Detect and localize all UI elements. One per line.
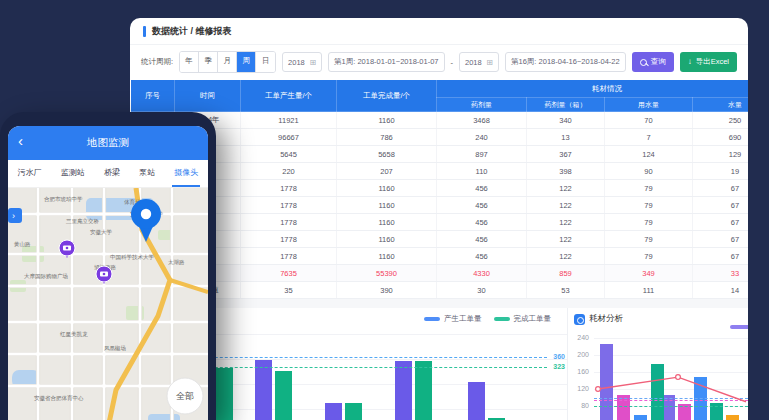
table-cell: 79 — [605, 231, 693, 248]
table-cell: 1778 — [241, 248, 337, 265]
table-cell: 1160 — [337, 180, 437, 197]
table-cell: 90 — [605, 163, 693, 180]
legend-label: 完成工单量 — [514, 314, 552, 324]
table-cell: 122 — [527, 214, 605, 231]
table-cell: 11921 — [241, 112, 337, 129]
year-from-select[interactable]: 2018 ⊞ — [282, 52, 322, 72]
table-cell: 367 — [527, 146, 605, 163]
breadcrumb: 数据统计 / 维修报表 — [130, 18, 748, 45]
bar — [634, 415, 647, 420]
back-icon[interactable]: ‹ — [18, 133, 23, 148]
table-cell: 67 — [693, 180, 749, 197]
legend-item: 产生工单量 — [424, 314, 482, 324]
filter-toolbar: 统计周期: 年季月周日 2018 ⊞ 第1周: 2018-01-01~2018-… — [130, 45, 748, 79]
year-to-select[interactable]: 2018 ⊞ — [459, 52, 499, 72]
period-option[interactable]: 月 — [218, 52, 237, 72]
bar — [600, 344, 613, 420]
phone-tab-bar: 污水厂监测站桥梁泵站摄像头 — [8, 160, 208, 188]
chart-title: 耗材分析 — [574, 313, 623, 325]
table-cell: 456 — [437, 180, 527, 197]
week-to-input[interactable]: 第16周: 2018-04-16~2018-04-22 — [505, 52, 626, 72]
table-row: 5177811604561227967 — [131, 180, 749, 197]
table-cell: 124 — [605, 146, 693, 163]
table-cell: 129 — [693, 146, 749, 163]
map-view[interactable]: 合肥市琥珀中学体育场安徽农业大学三里庵立交桥安徽大学黄山路中国科学技术大学望江西… — [8, 188, 208, 420]
week-from-input[interactable]: 第1周: 2018-01-01~2018-01-07 — [328, 52, 444, 72]
data-point-marker — [676, 375, 681, 380]
phone-tab[interactable]: 污水厂 — [16, 160, 44, 187]
table-cell: 110 — [437, 163, 527, 180]
export-excel-button[interactable]: ↓ 导出Excel — [680, 52, 737, 72]
analysis-icon — [574, 314, 585, 325]
col-header-group: 耗材情况 — [437, 80, 749, 98]
map-label: 安徽省合肥体育中心 — [34, 395, 84, 402]
map-label: 红星美凯龙 — [60, 331, 88, 338]
export-button-label: 导出Excel — [696, 57, 729, 67]
map-label: 安徽大学 — [90, 229, 113, 236]
breadcrumb-text: 数据统计 / 维修报表 — [152, 25, 232, 38]
table-cell: 240 — [437, 129, 527, 146]
table-cell: 250 — [693, 112, 749, 129]
svg-text:全部: 全部 — [176, 391, 194, 401]
bar — [255, 360, 272, 420]
phone-tab[interactable]: 监测站 — [59, 160, 87, 187]
table-cell: 3468 — [437, 112, 527, 129]
period-segmented-control: 年季月周日 — [179, 51, 276, 73]
table-cell: 67 — [693, 248, 749, 265]
map-label: 凤凰椒场 — [104, 345, 126, 352]
bar — [395, 361, 412, 420]
period-option[interactable]: 年 — [180, 52, 199, 72]
period-option[interactable]: 周 — [237, 52, 256, 72]
period-label: 统计周期: — [141, 57, 173, 67]
table-cell: 1778 — [241, 231, 337, 248]
map-canvas: 合肥市琥珀中学体育场安徽农业大学三里庵立交桥安徽大学黄山路中国科学技术大学望江西… — [8, 188, 208, 420]
table-cell: 33 — [693, 265, 749, 282]
map-expand-button[interactable]: › — [8, 208, 22, 223]
gridline — [594, 372, 748, 373]
map-water — [148, 414, 180, 420]
bar — [468, 382, 485, 420]
query-button[interactable]: 查询 — [632, 52, 674, 72]
period-option[interactable]: 季 — [199, 52, 218, 72]
sub-col-header: 用水量 — [605, 98, 693, 112]
table-cell: 79 — [605, 214, 693, 231]
phone-header: ‹ 地图监测 — [8, 126, 208, 160]
table-cell: 1160 — [337, 214, 437, 231]
table-cell: 340 — [527, 112, 605, 129]
table-cell: 1778 — [241, 214, 337, 231]
col-header-created: 工单产生量/个 — [241, 80, 337, 112]
phone-tab[interactable]: 摄像头 — [172, 160, 200, 187]
table-cell: 79 — [605, 197, 693, 214]
bar — [216, 368, 233, 420]
table-cell: 30 — [437, 282, 527, 299]
table-cell: 859 — [527, 265, 605, 282]
charts-row: 产生工单量完成工单量 360323 耗材分析 2402001601208040 — [130, 308, 748, 420]
table-cell: 1778 — [241, 197, 337, 214]
col-header-done: 工单完成量/个 — [337, 80, 437, 112]
table-cell: 35 — [241, 282, 337, 299]
table-cell: 7 — [605, 129, 693, 146]
map-all-button[interactable]: 全部 — [167, 378, 203, 414]
search-icon — [640, 59, 647, 66]
table-cell: 1160 — [337, 197, 437, 214]
phone-tab[interactable]: 泵站 — [137, 160, 157, 187]
table-cell: 79 — [605, 180, 693, 197]
phone-tab[interactable]: 桥梁 — [102, 160, 122, 187]
bar — [345, 403, 362, 420]
legend-item: 完成工单量 — [494, 314, 552, 324]
sub-col-header: 药剂量 — [437, 98, 527, 112]
phone-screen: ‹ 地图监测 污水厂监测站桥梁泵站摄像头 — [8, 126, 208, 420]
period-option[interactable]: 日 — [256, 52, 275, 72]
table-cell: 122 — [527, 197, 605, 214]
map-label: 大摩国际购物广场 — [24, 273, 68, 280]
table-cell: 122 — [527, 248, 605, 265]
table-cell: 122 — [527, 180, 605, 197]
table-row: 9177811604561227967 — [131, 248, 749, 265]
query-button-label: 查询 — [651, 57, 666, 67]
table-cell: 398 — [527, 163, 605, 180]
table-cell: 690 — [693, 129, 749, 146]
col-header-index: 序号 — [131, 80, 175, 112]
axis-tick-label: 200 — [568, 351, 589, 358]
legend-swatch — [494, 317, 510, 321]
bar — [726, 415, 739, 420]
